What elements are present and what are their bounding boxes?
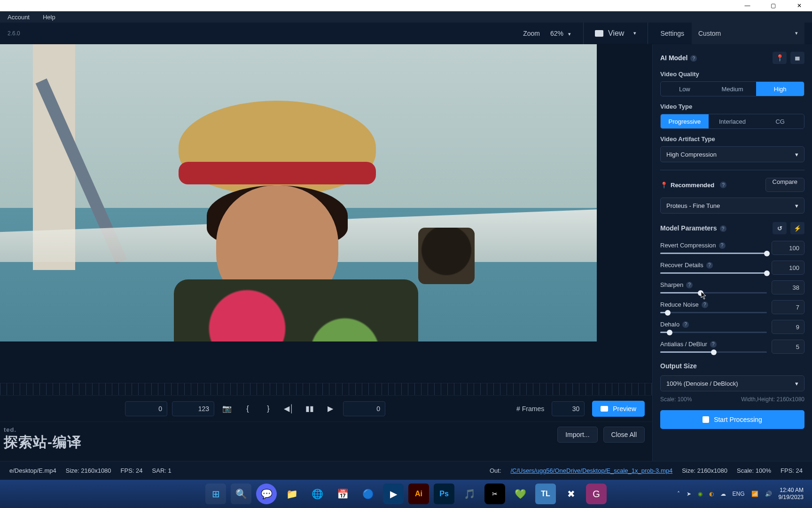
taskbar-app-whatsapp[interactable]: 💚 [510, 484, 531, 504]
list-view-button[interactable]: ≣ [790, 52, 804, 64]
tray-app-icon[interactable]: ◐ [709, 491, 714, 497]
param-dehalo: Dehalo? 9 [660, 320, 804, 334]
artifact-type-dropdown[interactable]: High Compression ▾ [660, 146, 804, 162]
tray-onedrive-icon[interactable]: ☁ [720, 491, 726, 497]
vq-low[interactable]: Low [661, 82, 709, 96]
help-icon[interactable]: ? [719, 242, 726, 249]
taskbar-app-generic2[interactable]: G [586, 484, 607, 504]
menu-help[interactable]: Help [43, 14, 55, 21]
tray-clock[interactable]: 12:40 AM 9/19/2023 [779, 487, 804, 501]
param-slider[interactable] [660, 332, 767, 333]
taskbar-search-button[interactable]: 🔍 [231, 484, 251, 504]
compare-button[interactable]: Compare [765, 178, 804, 192]
calendar-icon: 📅 [337, 488, 349, 500]
menu-account[interactable]: Account [8, 14, 30, 21]
param-label: Recover Details [660, 262, 703, 269]
vt-cg[interactable]: CG [756, 114, 804, 128]
taskbar-app-discord[interactable]: 💬 [256, 484, 277, 504]
taskbar-app-tl[interactable]: TL [535, 484, 556, 504]
taskbar-app-itunes[interactable]: 🎵 [459, 484, 480, 504]
help-icon[interactable]: ? [702, 302, 708, 308]
param-reduce-noise: Reduce Noise? 7 [660, 300, 804, 314]
frame-total-input[interactable]: 123 [172, 401, 214, 416]
playback-bar: 0 123 📷 { } ◀│ ▮▮ ▶ 0 # Frames 30 Previe… [0, 395, 652, 421]
app-version: 2.6.0 [8, 30, 20, 37]
model-value: Proteus - Fine Tune [666, 202, 720, 209]
param-value-input[interactable]: 100 [772, 241, 804, 255]
taskbar-app-generic1[interactable]: ✖ [561, 484, 581, 504]
step-back-button[interactable]: ◀│ [281, 401, 297, 416]
param-slider[interactable] [660, 292, 767, 294]
model-dropdown[interactable]: Proteus - Fine Tune ▾ [660, 198, 804, 214]
output-size-dropdown[interactable]: 100% (Denoise / DeBlock) ▾ [660, 375, 804, 391]
taskbar-app-photoshop[interactable]: Ps [434, 484, 454, 504]
import-button[interactable]: Import... [557, 427, 597, 443]
taskbar-app-explorer[interactable]: 📁 [281, 484, 302, 504]
vt-progressive[interactable]: Progressive [661, 114, 709, 128]
help-icon[interactable]: ? [690, 55, 697, 62]
timeline[interactable] [0, 383, 652, 395]
taskbar-start-button[interactable]: ⊞ [205, 484, 226, 504]
taskbar-app-edge[interactable]: 🌐 [307, 484, 328, 504]
mark-in-button[interactable]: { [240, 401, 256, 416]
artifact-type-value: High Compression [666, 151, 717, 158]
reset-params-button[interactable]: ↺ [773, 222, 787, 234]
tray-cursor-icon[interactable]: ➤ [687, 491, 691, 497]
help-icon[interactable]: ? [682, 321, 689, 328]
zoom-control[interactable]: Zoom 62%▾ [523, 29, 571, 38]
output-size: Size: 2160x1080 [682, 467, 727, 474]
param-slider[interactable] [660, 312, 767, 313]
param-value-input[interactable]: 100 [772, 261, 804, 275]
chevron-down-icon: ▾ [795, 151, 798, 158]
tray-chevron-up-icon[interactable]: ˄ [677, 491, 680, 497]
vq-medium[interactable]: Medium [709, 82, 757, 96]
preview-button[interactable]: Preview [592, 401, 645, 417]
frame-end-input[interactable]: 0 [343, 401, 385, 416]
mark-out-button[interactable]: } [260, 401, 276, 416]
window-maximize-button[interactable]: ▢ [760, 0, 786, 11]
tray-time: 12:40 AM [779, 487, 804, 494]
taskbar-app-chrome[interactable]: 🔵 [358, 484, 378, 504]
param-label: Antialias / DeBlur [660, 341, 707, 348]
chrome-icon: 🔵 [362, 488, 374, 500]
window-minimize-button[interactable]: — [734, 0, 760, 11]
pause-icon: ▮▮ [305, 404, 314, 413]
taskbar-app-illustrator[interactable]: Ai [408, 484, 429, 504]
window-close-button[interactable]: ✕ [786, 0, 812, 11]
param-slider[interactable] [660, 351, 767, 353]
vt-interlaced[interactable]: Interlaced [709, 114, 757, 128]
auto-params-button[interactable]: ⚡ [790, 222, 804, 234]
taskbar-app-calendar[interactable]: 📅 [332, 484, 353, 504]
tray-volume-icon[interactable]: 🔊 [765, 491, 772, 497]
view-control[interactable]: View ▾ [583, 23, 648, 44]
help-icon[interactable]: ? [706, 262, 713, 269]
pause-button[interactable]: ▮▮ [302, 401, 318, 416]
help-icon[interactable]: ? [686, 282, 693, 288]
param-slider[interactable] [660, 272, 767, 274]
tray-wifi-icon[interactable]: 📶 [751, 491, 758, 497]
param-slider[interactable] [660, 253, 767, 254]
param-value-input[interactable]: 5 [772, 340, 804, 354]
help-icon[interactable]: ? [710, 341, 717, 348]
param-value-input[interactable]: 38 [772, 280, 804, 294]
output-file-link[interactable]: /C/Users/ugg56/OneDrive/Desktop/E_scale_… [511, 467, 673, 474]
step-forward-button[interactable]: ▶ [322, 401, 338, 416]
vq-high[interactable]: High [756, 82, 804, 96]
tray-language-icon[interactable]: ENG [733, 491, 745, 497]
frames-input[interactable]: 30 [552, 401, 585, 416]
param-value-input[interactable]: 9 [772, 320, 804, 334]
video-preview[interactable] [0, 44, 597, 341]
help-icon[interactable]: ? [720, 182, 726, 188]
camera-icon: 📷 [222, 404, 232, 413]
taskbar-app-capcut[interactable]: ✂ [484, 484, 505, 504]
pin-button[interactable]: 📍 [773, 52, 787, 64]
settings-dropdown[interactable]: Custom ▾ [692, 23, 804, 44]
tray-nvidia-icon[interactable]: ◉ [698, 491, 703, 497]
param-value-input[interactable]: 7 [772, 300, 804, 314]
taskbar-app-media[interactable]: ▶ [383, 484, 404, 504]
help-icon[interactable]: ? [720, 225, 726, 232]
snapshot-button[interactable]: 📷 [219, 401, 235, 416]
frame-position-input[interactable]: 0 [125, 401, 167, 416]
start-processing-button[interactable]: Start Processing [660, 410, 804, 429]
close-all-button[interactable]: Close All [603, 427, 645, 443]
